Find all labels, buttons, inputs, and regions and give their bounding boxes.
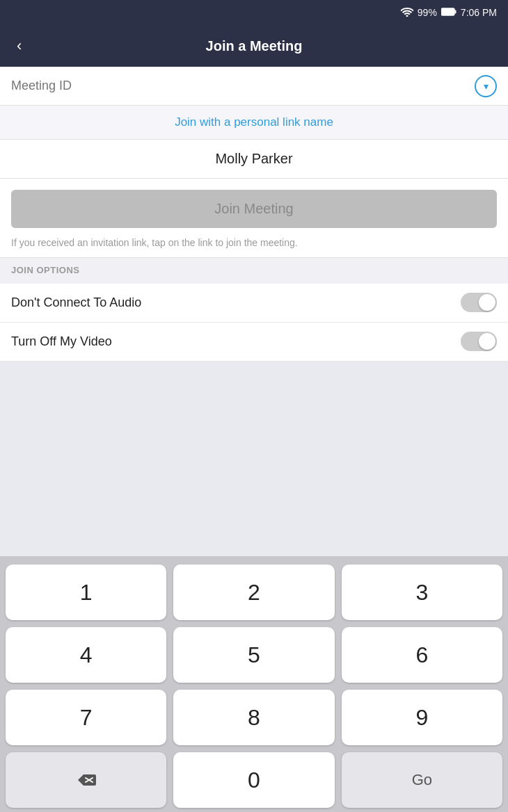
join-meeting-button[interactable]: Join Meeting — [11, 190, 497, 228]
key-7[interactable]: 7 — [6, 690, 166, 745]
key-0[interactable]: 0 — [173, 752, 334, 808]
gray-space — [0, 362, 508, 556]
svg-rect-0 — [441, 8, 454, 15]
meeting-id-row: ▾ — [0, 67, 508, 106]
dont-connect-audio-label: Don't Connect To Audio — [11, 295, 141, 310]
status-bar: 99% 7:06 PM — [0, 0, 508, 25]
key-4[interactable]: 4 — [6, 627, 166, 683]
battery-icon — [441, 7, 457, 18]
key-6[interactable]: 6 — [342, 627, 502, 683]
join-options-section: JOIN OPTIONS — [0, 258, 508, 284]
turn-off-video-label: Turn Off My Video — [11, 334, 112, 349]
key-delete[interactable] — [6, 752, 166, 808]
turn-off-video-toggle[interactable] — [461, 332, 497, 351]
key-8[interactable]: 8 — [173, 690, 334, 745]
chevron-down-icon: ▾ — [484, 81, 489, 92]
dropdown-button[interactable]: ▾ — [475, 75, 497, 97]
battery-text: 99% — [418, 7, 437, 18]
main-content: ▾ Join with a personal link name Molly P… — [0, 67, 508, 556]
user-name: Molly Parker — [215, 151, 292, 166]
delete-icon — [77, 773, 96, 787]
dont-connect-audio-toggle[interactable] — [461, 293, 497, 312]
join-options-label: JOIN OPTIONS — [11, 265, 497, 275]
meeting-id-input[interactable] — [11, 79, 475, 93]
key-5[interactable]: 5 — [173, 627, 334, 683]
back-button[interactable]: ‹ — [11, 34, 27, 58]
key-9[interactable]: 9 — [342, 690, 502, 745]
key-1[interactable]: 1 — [6, 565, 166, 620]
key-go[interactable]: Go — [342, 752, 502, 808]
key-3[interactable]: 3 — [342, 565, 502, 620]
status-icons: 99% 7:06 PM — [401, 7, 497, 19]
invitation-text: If you received an invitation link, tap … — [11, 236, 497, 250]
time-text: 7:06 PM — [461, 7, 497, 18]
wifi-icon — [401, 7, 413, 19]
personal-link-text[interactable]: Join with a personal link name — [175, 115, 333, 129]
personal-link-row[interactable]: Join with a personal link name — [0, 106, 508, 140]
username-row: Molly Parker — [0, 140, 508, 179]
keyboard: 1 2 3 4 5 6 7 8 9 0 Go — [0, 556, 508, 812]
page-title: Join a Meeting — [206, 38, 303, 54]
turn-off-video-row: Turn Off My Video — [0, 323, 508, 362]
key-2[interactable]: 2 — [173, 565, 334, 620]
dont-connect-audio-row: Don't Connect To Audio — [0, 284, 508, 323]
nav-bar: ‹ Join a Meeting — [0, 25, 508, 67]
svg-rect-1 — [454, 10, 456, 14]
join-section: Join Meeting If you received an invitati… — [0, 179, 508, 258]
